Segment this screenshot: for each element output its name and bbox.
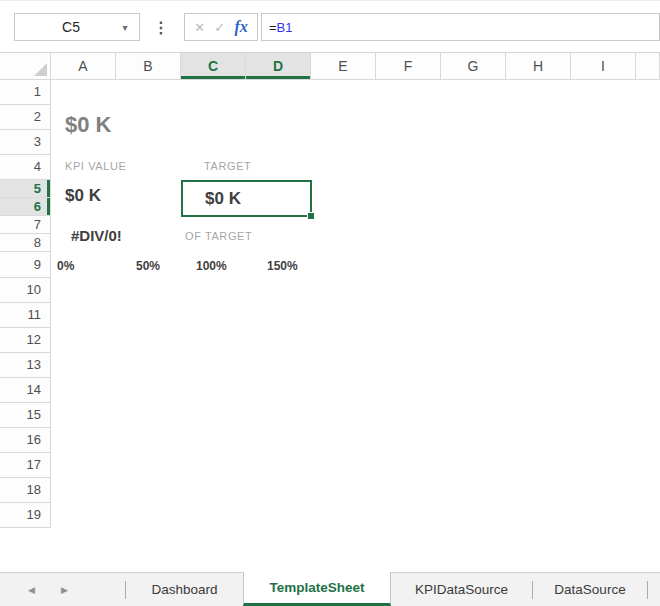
cell-kpi-value-label[interactable]: KPI VALUE	[65, 160, 126, 172]
column-header-g[interactable]: G	[441, 53, 506, 80]
formula-bar: C5 ▾ ⋮ ✕ ✓ fx = B1	[0, 0, 660, 53]
selected-range-c5-d6[interactable]: $0 K	[181, 180, 312, 217]
row-header-2[interactable]: 2	[0, 105, 51, 130]
row-header-column: 1 2 3 4 5 6 7 8 9 10 11 12 13 14 15 16 1…	[0, 80, 51, 528]
row-header-16[interactable]: 16	[0, 428, 51, 453]
enter-icon[interactable]: ✓	[214, 20, 225, 35]
name-box[interactable]: C5 ▾	[14, 13, 140, 41]
name-box-cell-reference: C5	[15, 19, 111, 35]
row-header-14[interactable]: 14	[0, 378, 51, 403]
select-all-triangle-icon	[34, 63, 47, 76]
cell-scale-0-percent[interactable]: 0%	[57, 259, 74, 273]
tabs-scroll-left-icon[interactable]: ◀	[28, 585, 35, 595]
formula-bar-menu-dots-icon[interactable]: ⋮	[152, 13, 170, 41]
row-header-9[interactable]: 9	[0, 252, 51, 278]
cell-variance-value[interactable]: #DIV/0!	[71, 227, 122, 244]
name-box-dropdown-icon[interactable]: ▾	[111, 22, 139, 33]
row-header-12[interactable]: 12	[0, 328, 51, 353]
row-header-11[interactable]: 11	[0, 303, 51, 328]
cell-scale-150-percent[interactable]: 150%	[267, 259, 298, 273]
formula-cell-reference: B1	[277, 20, 293, 35]
column-header-row: A B C D E F G H I	[0, 53, 660, 80]
row-header-3[interactable]: 3	[0, 130, 51, 155]
sheet-tab-bar: ◀ ▶ Dashboard TemplateSheet KPIDataSourc…	[0, 572, 660, 606]
tab-separator	[647, 581, 648, 599]
row-header-7[interactable]: 7	[0, 216, 51, 234]
row-header-5[interactable]: 5	[0, 180, 51, 198]
column-header-d[interactable]: D	[246, 53, 311, 80]
cell-scale-50-percent[interactable]: 50%	[136, 259, 160, 273]
formula-equals-sign: =	[269, 20, 277, 35]
row-header-4[interactable]: 4	[0, 155, 51, 180]
row-header-8[interactable]: 8	[0, 234, 51, 252]
row-header-18[interactable]: 18	[0, 478, 51, 503]
cell-target-value[interactable]: $0 K	[205, 183, 241, 214]
column-header-i[interactable]: I	[571, 53, 636, 80]
cell-of-target-label[interactable]: OF TARGET	[185, 230, 252, 242]
column-header-b[interactable]: B	[116, 53, 181, 80]
sheet-tab-datasource[interactable]: DataSource	[533, 573, 647, 606]
row-header-1[interactable]: 1	[0, 80, 51, 105]
column-header-c[interactable]: C	[181, 53, 246, 80]
cell-scale-100-percent[interactable]: 100%	[196, 259, 227, 273]
column-header-partial[interactable]	[636, 53, 660, 80]
cell-big-kpi-value[interactable]: $0 K	[65, 112, 111, 138]
tab-scroll-controls: ◀ ▶	[0, 573, 125, 606]
sheet-tab-templatesheet-active[interactable]: TemplateSheet	[243, 572, 391, 606]
column-header-e[interactable]: E	[311, 53, 376, 80]
row-header-19[interactable]: 19	[0, 503, 51, 528]
formula-input[interactable]: = B1	[261, 13, 660, 41]
column-header-a[interactable]: A	[51, 53, 116, 80]
cell-target-label[interactable]: TARGET	[204, 160, 251, 172]
fill-handle[interactable]	[307, 212, 315, 220]
tabs-scroll-right-icon[interactable]: ▶	[61, 585, 68, 595]
formula-action-box: ✕ ✓ fx	[184, 13, 258, 41]
sheet-tab-dashboard[interactable]: Dashboard	[126, 573, 243, 606]
column-header-f[interactable]: F	[376, 53, 441, 80]
column-header-h[interactable]: H	[506, 53, 571, 80]
insert-function-icon[interactable]: fx	[234, 18, 247, 36]
spreadsheet-app: { "formula_bar": { "cell_reference": "C5…	[0, 0, 660, 606]
row-header-10[interactable]: 10	[0, 278, 51, 303]
select-all-corner[interactable]	[0, 53, 51, 80]
sheet-tab-kpidatasource[interactable]: KPIDataSource	[391, 573, 532, 606]
row-header-6[interactable]: 6	[0, 198, 51, 216]
row-header-15[interactable]: 15	[0, 403, 51, 428]
row-header-13[interactable]: 13	[0, 353, 51, 378]
cancel-icon[interactable]: ✕	[194, 20, 205, 35]
cell-kpi-value[interactable]: $0 K	[65, 186, 101, 206]
row-header-17[interactable]: 17	[0, 453, 51, 478]
